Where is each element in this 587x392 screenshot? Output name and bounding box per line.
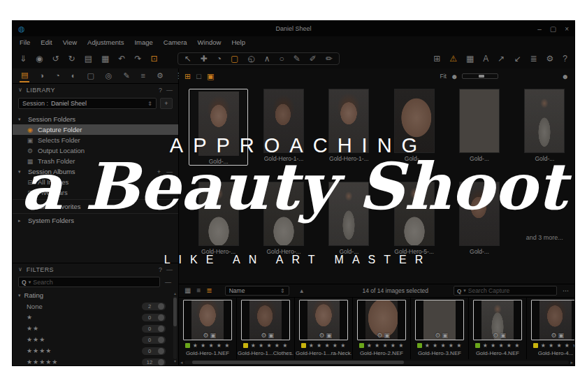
grid-thumbnail[interactable]: Gold-Hero-1-... xyxy=(319,89,379,166)
grid-thumbnail[interactable]: Gold-... xyxy=(384,89,444,166)
grid-thumbnail[interactable]: Gold-Hero-... xyxy=(254,182,313,255)
collapse-chevron-icon[interactable]: ∨ xyxy=(18,87,22,93)
rating-row-2-stars[interactable]: ★★ 0 xyxy=(13,323,171,334)
menu-image[interactable]: Image xyxy=(134,38,152,46)
add-session-button[interactable]: + xyxy=(160,98,173,109)
session-favorites-group[interactable]: Session Favorites xyxy=(13,201,178,212)
scrollbar-thumb[interactable] xyxy=(192,361,404,364)
star-rating[interactable]: ★ ★ ★ ★ ★ xyxy=(425,342,463,349)
filmstrip-item[interactable]: ⚙▣ ★ ★ ★ ★ ★ Gold-Hero-1...Clothes.NEF xyxy=(237,298,295,359)
star-rating[interactable]: ★ ★ ★ ★ ★ xyxy=(309,342,347,349)
viewer-layout-icon[interactable]: ⊞ xyxy=(433,55,440,63)
zoom-slider[interactable] xyxy=(462,73,498,79)
rating-section-header[interactable]: ▾ Rating xyxy=(13,290,178,300)
filters-collapse-button[interactable]: — xyxy=(166,266,173,273)
undo-icon[interactable]: ↶ xyxy=(118,55,125,63)
color-tag[interactable] xyxy=(185,343,190,348)
exposure-warning-icon[interactable]: ⚠ xyxy=(449,55,457,63)
star-rating[interactable]: ★ ★ ★ ★ ★ xyxy=(367,342,405,349)
tab-exposure-icon[interactable]: ◔ xyxy=(54,70,61,82)
filters-scrollbar[interactable]: ▴ ▾ xyxy=(173,291,177,364)
grid-view-icon[interactable]: ⊞ xyxy=(184,73,191,80)
library-help-button[interactable]: ? xyxy=(159,87,162,94)
zoom-slider-knob[interactable] xyxy=(479,75,484,78)
maximize-button[interactable]: ▢ xyxy=(550,25,556,33)
menu-file[interactable]: File xyxy=(20,38,30,46)
filmstrip-thumbnail[interactable]: ⚙▣ xyxy=(183,300,232,340)
filters-search-input[interactable] xyxy=(33,279,157,286)
rating-toggle[interactable]: 0 xyxy=(142,336,166,344)
remove-album-button[interactable]: — xyxy=(166,168,173,175)
orientation-tool-icon[interactable]: ◔ xyxy=(217,55,222,63)
rotate-cw-icon[interactable]: ↻ xyxy=(68,55,75,63)
tab-library-icon[interactable]: ▤ xyxy=(20,69,29,82)
menu-help[interactable]: Help xyxy=(231,38,245,46)
color-tag[interactable] xyxy=(417,343,422,348)
filmstrip-thumbnail[interactable]: ⚙▣ xyxy=(415,300,464,340)
rating-row-5-stars[interactable]: ★★★★★ 12 xyxy=(13,356,171,365)
delete-icon[interactable]: ▦ xyxy=(101,55,109,63)
system-folders-group[interactable]: ▸ System Folders xyxy=(13,215,178,226)
filmstrip-item[interactable]: ⚙▣ ★ ★ ★ ★ ★ Gold-Hero-4.NEF xyxy=(469,298,527,359)
tab-color-icon[interactable]: ◑ xyxy=(38,70,45,82)
grid-thumbnail[interactable]: Gold-Hero-... xyxy=(189,182,248,255)
menu-view[interactable]: View xyxy=(63,38,77,46)
single-view-icon[interactable]: □ xyxy=(196,73,201,80)
help-icon[interactable]: ? xyxy=(563,55,567,63)
spot-tool-icon[interactable]: ○ xyxy=(280,55,284,63)
annotations-icon[interactable]: A xyxy=(483,55,488,63)
session-folders-group[interactable]: ▾ Session Folders xyxy=(13,114,178,124)
rating-row-none[interactable]: None 2 xyxy=(13,300,171,312)
browse-folder-icon[interactable]: ▤ xyxy=(85,55,92,63)
tab-lens-icon[interactable]: ◐ xyxy=(70,70,78,82)
tree-item-capture-folder[interactable]: ◉ Capture Folder xyxy=(13,124,178,135)
star-rating[interactable]: ★ ★ ★ ★ ★ xyxy=(483,342,521,349)
filmstrip-item[interactable]: ⚙▣ ★ ★ ★ ★ ★ Gold-Hero-4... xyxy=(527,298,574,359)
tab-process-icon[interactable]: ⚙ xyxy=(155,70,165,82)
scroll-left-icon[interactable]: ◂ xyxy=(180,360,183,365)
sort-direction-icon[interactable]: ▲ xyxy=(299,288,305,294)
sort-by-select[interactable]: Name ⇕ xyxy=(225,286,289,296)
rating-toggle[interactable]: 0 xyxy=(142,325,166,333)
capture-icon[interactable]: ◉ xyxy=(36,55,43,63)
search-dropdown-icon[interactable]: ▾ xyxy=(463,288,466,293)
draw-mask-tool-icon[interactable]: ✎ xyxy=(294,55,300,63)
filmstrip-thumbnail[interactable]: ⚙▣ xyxy=(531,300,574,340)
search-icon[interactable]: Q xyxy=(457,288,461,294)
rating-row-3-stars[interactable]: ★★★ 0 xyxy=(13,334,171,345)
tree-item-all-images[interactable]: ⊟ All Images xyxy=(13,177,178,187)
copy-adjustments-icon[interactable]: ⊡ xyxy=(150,55,157,63)
color-tag[interactable] xyxy=(301,343,306,348)
color-tag[interactable] xyxy=(243,343,248,348)
tree-item-selects-folder[interactable]: ▣ Selects Folder xyxy=(13,135,178,145)
rotate-ccw-icon[interactable]: ↺ xyxy=(52,55,59,63)
color-tag[interactable] xyxy=(359,343,364,348)
erase-mask-tool-icon[interactable]: ✏ xyxy=(326,55,333,63)
grid-thumbnail[interactable]: Gold-... xyxy=(449,182,509,255)
rating-toggle[interactable]: 0 xyxy=(142,314,166,321)
collapse-chevron-icon[interactable]: ∨ xyxy=(18,266,22,273)
star-rating[interactable]: ★ ★ ★ ★ ★ xyxy=(251,342,289,349)
search-icon[interactable]: Q xyxy=(22,279,27,286)
filmstrip-scrollbar[interactable]: ◂ ▸ xyxy=(179,359,574,365)
rating-toggle[interactable]: 12 xyxy=(142,358,166,366)
grid-thumbnail[interactable]: Gold-Hero-1-... xyxy=(254,89,313,166)
filmstrip-thumbnail[interactable]: ⚙▣ xyxy=(299,300,348,340)
filmstrip-item[interactable]: ⚙▣ ★ ★ ★ ★ ★ Gold-Hero-1...ra-Neck.NEF xyxy=(295,298,353,359)
menu-camera[interactable]: Camera xyxy=(164,38,187,46)
grid-thumbnail[interactable]: Gold-... xyxy=(449,89,509,166)
filmstrip-thumbnail[interactable]: ⚙▣ xyxy=(473,300,522,340)
browser-grid-view-icon[interactable]: ▦ xyxy=(184,287,191,294)
export-icon[interactable]: ↗ xyxy=(498,55,505,63)
filters-search-collapse-button[interactable]: — xyxy=(164,279,173,286)
rating-toggle[interactable]: 0 xyxy=(142,347,166,355)
import-arrow-icon[interactable]: ↙ xyxy=(514,55,521,63)
color-tag[interactable] xyxy=(533,343,538,348)
redo-icon[interactable]: ↷ xyxy=(134,55,141,63)
scroll-down-icon[interactable]: ▾ xyxy=(174,359,176,364)
tab-retouch-icon[interactable]: ✎ xyxy=(122,70,131,82)
search-dropdown-icon[interactable]: ▾ xyxy=(29,280,31,285)
session-albums-group[interactable]: ▾ Session Albums + — xyxy=(13,166,178,177)
tab-metadata-icon[interactable]: ≡ xyxy=(140,70,147,82)
filmstrip-item[interactable]: ⚙▣ ★ ★ ★ ★ ★ Gold-Hero-3.NEF xyxy=(411,298,469,359)
